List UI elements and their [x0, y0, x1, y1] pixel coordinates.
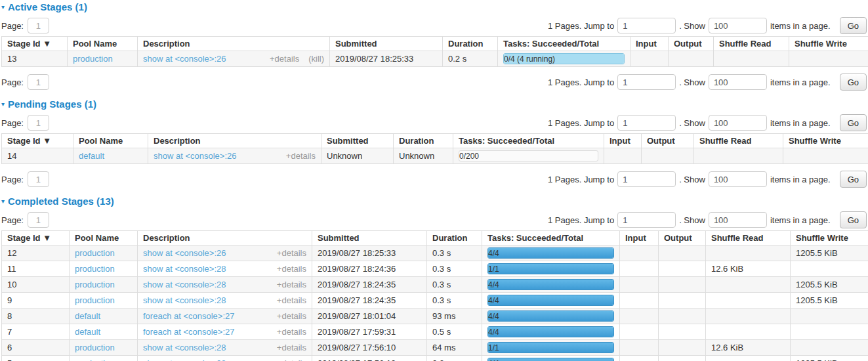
column-header-duration[interactable]: Duration: [427, 231, 482, 245]
description-link[interactable]: foreach at <console>:27: [143, 327, 235, 337]
details-toggle[interactable]: +details: [277, 295, 306, 305]
description-link[interactable]: show at <console>:28: [143, 343, 226, 352]
description-link[interactable]: foreach at <console>:27: [143, 311, 235, 321]
details-toggle[interactable]: +details: [277, 327, 306, 337]
section-title-active-stages[interactable]: ▾Active Stages (1): [1, 1, 867, 12]
column-header-input[interactable]: Input: [620, 231, 659, 245]
details-toggle[interactable]: +details: [277, 264, 306, 274]
pool-name-link[interactable]: production: [75, 295, 115, 305]
items-per-page-input[interactable]: [709, 171, 767, 187]
progress-fill: [488, 248, 613, 258]
pool-name-link[interactable]: production: [73, 54, 113, 64]
kill-link[interactable]: (kill): [308, 54, 324, 64]
column-header-description[interactable]: Description: [138, 37, 330, 51]
cell-pool-name: production: [70, 293, 138, 308]
description-link[interactable]: show at <console>:26: [154, 151, 236, 161]
page-number-input[interactable]: [28, 171, 49, 187]
column-header-duration[interactable]: Duration: [443, 37, 498, 51]
jump-to-page-input[interactable]: [617, 171, 676, 187]
column-header-pool-name[interactable]: Pool Name: [68, 37, 138, 51]
pagination-row: Page: 1 Pages. Jump to . Show items in a…: [1, 171, 867, 188]
jump-to-page-input[interactable]: [617, 212, 676, 228]
description-link[interactable]: show at <console>:28: [143, 280, 226, 289]
column-header-submitted[interactable]: Submitted: [330, 37, 443, 51]
jump-to-page-input[interactable]: [617, 74, 676, 90]
column-header-shuffle-write[interactable]: Shuffle Write: [791, 231, 868, 245]
column-header-submitted[interactable]: Submitted: [321, 134, 394, 148]
go-button[interactable]: Go: [840, 171, 867, 188]
description-link[interactable]: show at <console>:28: [143, 295, 226, 305]
column-header-input[interactable]: Input: [604, 134, 642, 148]
column-header-stage-id[interactable]: Stage Id ▼: [2, 231, 70, 245]
items-per-page-input[interactable]: [709, 212, 767, 228]
pool-name-link[interactable]: default: [75, 311, 100, 321]
column-header-description[interactable]: Description: [138, 231, 312, 245]
column-header-tasks-succeeded-total[interactable]: Tasks: Succeeded/Total: [498, 37, 630, 51]
column-header-submitted[interactable]: Submitted: [312, 231, 427, 245]
column-header-input[interactable]: Input: [630, 37, 669, 51]
go-button[interactable]: Go: [840, 211, 867, 228]
column-header-shuffle-write[interactable]: Shuffle Write: [789, 37, 868, 51]
cell-input: [620, 293, 659, 308]
cell-shuffle-read: [706, 245, 791, 261]
cell-pool-name: production: [70, 277, 138, 293]
column-header-description[interactable]: Description: [148, 134, 321, 148]
go-button[interactable]: Go: [840, 17, 867, 34]
pages-count-text: 1 Pages. Jump to: [548, 77, 614, 87]
pool-name-link[interactable]: default: [79, 151, 104, 161]
details-toggle[interactable]: +details: [277, 280, 306, 289]
task-progress-bar: 4/4: [487, 326, 614, 337]
pool-name-link[interactable]: production: [75, 343, 115, 352]
description-link[interactable]: show at <console>:28: [143, 264, 226, 274]
column-header-pool-name[interactable]: Pool Name: [73, 134, 148, 148]
column-header-duration[interactable]: Duration: [394, 134, 453, 148]
description-link[interactable]: show at <console>:26: [143, 54, 226, 64]
go-button[interactable]: Go: [840, 74, 867, 91]
items-per-page-input[interactable]: [709, 18, 767, 33]
column-header-stage-id[interactable]: Stage Id ▼: [2, 134, 73, 148]
column-header-shuffle-read[interactable]: Shuffle Read: [714, 37, 789, 51]
items-per-page-input[interactable]: [709, 74, 767, 90]
section-title-completed-stages[interactable]: ▾Completed Stages (13): [1, 196, 867, 207]
pool-name-link[interactable]: production: [75, 358, 115, 361]
jump-to-page-input[interactable]: [617, 115, 676, 131]
details-toggle[interactable]: +details: [277, 358, 306, 361]
pool-name-link[interactable]: default: [75, 327, 100, 337]
page-number-input[interactable]: [28, 74, 49, 90]
section-title-pending-stages[interactable]: ▾Pending Stages (1): [1, 98, 867, 110]
pool-name-link[interactable]: production: [75, 264, 115, 274]
column-header-shuffle-read[interactable]: Shuffle Read: [694, 134, 783, 148]
description-link[interactable]: show at <console>:28: [143, 358, 226, 361]
cell-submitted: 2019/08/27 17:59:31: [312, 324, 427, 340]
details-toggle[interactable]: +details: [277, 248, 306, 258]
items-per-page-input[interactable]: [709, 115, 767, 131]
details-toggle[interactable]: +details: [277, 343, 306, 352]
cell-shuffle-write: [791, 340, 868, 356]
cell-stage-id: 14: [2, 148, 73, 164]
page-number-input[interactable]: [28, 18, 49, 33]
column-header-tasks-succeeded-total[interactable]: Tasks: Succeeded/Total: [453, 134, 604, 148]
column-header-tasks-succeeded-total[interactable]: Tasks: Succeeded/Total: [482, 231, 620, 245]
pool-name-link[interactable]: production: [75, 248, 115, 258]
column-header-pool-name[interactable]: Pool Name: [70, 231, 138, 245]
task-progress-bar: 4/4: [487, 247, 614, 259]
column-header-shuffle-write[interactable]: Shuffle Write: [783, 134, 868, 148]
column-header-output[interactable]: Output: [642, 134, 694, 148]
cell-duration: 93 ms: [427, 308, 482, 324]
column-header-shuffle-read[interactable]: Shuffle Read: [706, 231, 791, 245]
cell-tasks: 4/4: [482, 324, 620, 340]
pool-name-link[interactable]: production: [75, 280, 115, 289]
task-progress-bar: 0/200: [459, 150, 598, 161]
page-number-input[interactable]: [28, 212, 49, 228]
page-number-input[interactable]: [28, 115, 49, 131]
column-header-output[interactable]: Output: [659, 231, 706, 245]
details-toggle[interactable]: +details: [286, 151, 316, 161]
details-toggle[interactable]: +details: [270, 54, 299, 64]
jump-to-page-input[interactable]: [617, 18, 676, 33]
description-link[interactable]: show at <console>:26: [143, 248, 226, 258]
details-toggle[interactable]: +details: [277, 311, 306, 321]
column-header-stage-id[interactable]: Stage Id ▼: [2, 37, 68, 51]
go-button[interactable]: Go: [840, 114, 867, 131]
column-header-output[interactable]: Output: [669, 37, 714, 51]
task-progress-bar: 0/4 (4 running): [503, 53, 625, 64]
